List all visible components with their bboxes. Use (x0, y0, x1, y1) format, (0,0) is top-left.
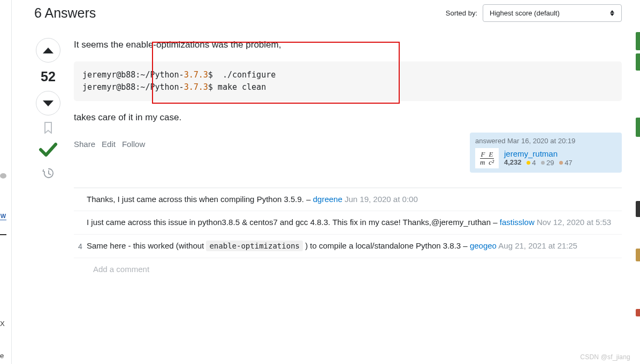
triangle-down-icon (43, 100, 54, 106)
code-block: jeremyr@b88:~/Python-3.7.3$ ./configure … (74, 61, 622, 102)
chevron-down-icon (610, 13, 614, 16)
user-reputation: 4,232 4 29 47 (504, 158, 573, 167)
comment-date: Aug 21, 2021 at 21:25 (498, 241, 577, 250)
add-comment-link[interactable]: Add a comment (74, 258, 622, 274)
comment: 4 Same here - this worked (without enabl… (74, 235, 622, 258)
sorted-by-label: Sorted by: (446, 9, 477, 17)
bronze-badge-icon (559, 161, 563, 165)
check-icon (39, 140, 58, 159)
right-tabs-stub (634, 0, 640, 364)
gold-badge-icon (527, 161, 530, 165)
comment-score (74, 216, 87, 229)
comment-date: Nov 12, 2020 at 5:53 (537, 218, 611, 227)
silver-badge-icon (541, 161, 545, 165)
chevron-up-icon (610, 10, 614, 13)
comment-user-link[interactable]: geogeo (470, 241, 497, 250)
comment-date: Jun 19, 2020 at 0:00 (345, 195, 418, 204)
avatar[interactable]: FE mc² (475, 148, 499, 168)
comment-score: 4 (74, 240, 87, 252)
answer-paragraph-1: It seems the enable-optimizations was th… (74, 38, 622, 52)
gutter-dash (0, 234, 6, 235)
comment-user-link[interactable]: dgreene (313, 195, 342, 204)
gutter-letter-e: e (0, 352, 6, 359)
answers-count-title: 6 Answers (34, 5, 96, 21)
follow-link[interactable]: Follow (122, 140, 145, 149)
comment: Thanks, I just came across this when com… (74, 188, 622, 212)
timeline-button[interactable] (42, 167, 54, 181)
answer-paragraph-2: takes care of it in my case. (74, 111, 622, 125)
comment: I just came across this issue in python3… (74, 211, 622, 235)
gutter-letter-x: X (0, 320, 6, 327)
watermark: CSDN @sf_jiang (580, 353, 630, 361)
downvote-button[interactable] (36, 91, 60, 115)
accepted-checkmark (39, 140, 58, 161)
sort-select[interactable]: Highest score (default) (483, 4, 622, 22)
answered-time: answered Mar 16, 2020 at 20:19 (475, 137, 616, 145)
triangle-up-icon (43, 48, 54, 53)
gutter-dot (0, 173, 6, 179)
user-card: answered Mar 16, 2020 at 20:19 FE mc² je… (470, 133, 622, 173)
share-link[interactable]: Share (74, 140, 95, 149)
bookmark-button[interactable] (43, 122, 53, 134)
comment-score (74, 193, 87, 206)
edit-link[interactable]: Edit (102, 140, 116, 149)
upvote-button[interactable] (36, 38, 60, 63)
vote-score: 52 (41, 69, 56, 84)
user-link[interactable]: jeremy_rutman (504, 149, 573, 158)
bookmark-icon (43, 122, 53, 134)
history-icon (42, 167, 54, 179)
comments-list: Thanks, I just came across this when com… (74, 188, 622, 258)
comment-user-link[interactable]: fastisslow (500, 218, 535, 227)
left-gutter: W X e (0, 0, 12, 364)
gutter-badge-w: W (0, 213, 6, 220)
